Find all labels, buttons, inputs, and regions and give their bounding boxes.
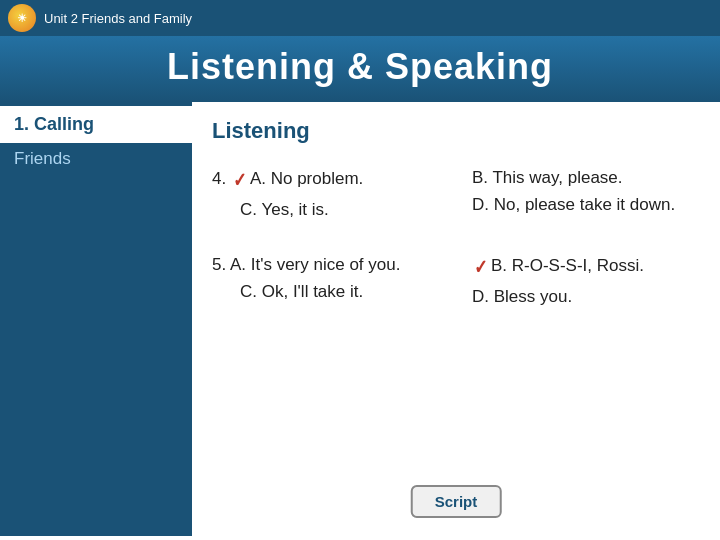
question-4-number: 4. (212, 169, 231, 188)
question-4-right-b: B. This way, please. (472, 164, 692, 191)
question-5-right: ✓B. R-O-S-S-I, Rossi. D. Bless you. (472, 251, 692, 310)
question-5-block: 5. A. It's very nice of you. C. Ok, I'll… (212, 251, 692, 310)
logo-icon: ☀ (17, 12, 27, 25)
script-button[interactable]: Script (411, 485, 502, 518)
question-5-left-a: 5. A. It's very nice of you. (212, 251, 432, 278)
content-panel: Listening 4. ✓A. No problem. C. Yes, it … (192, 102, 720, 536)
question-5-right-b: ✓B. R-O-S-S-I, Rossi. (472, 251, 692, 283)
page-title: Listening & Speaking (0, 46, 720, 88)
question-5-left-c: C. Ok, I'll take it. (212, 278, 432, 305)
question-5-number: 5. (212, 255, 230, 274)
question-4-right: B. This way, please. D. No, please take … (472, 164, 692, 218)
tick-4-a: ✓ (233, 164, 247, 196)
question-5-left: 5. A. It's very nice of you. C. Ok, I'll… (212, 251, 432, 305)
question-4-left: 4. ✓A. No problem. C. Yes, it is. (212, 164, 432, 223)
question-5-right-d: D. Bless you. (472, 283, 692, 310)
header-logo: ☀ (8, 4, 36, 32)
main-content: 1. Calling Friends Listening 4. ✓A. No p… (0, 102, 720, 536)
header-bar: ☀ Unit 2 Friends and Family (0, 0, 720, 36)
tick-5-b: ✓ (474, 251, 488, 283)
title-section: Listening & Speaking (0, 36, 720, 102)
question-4-left-c: C. Yes, it is. (212, 196, 432, 223)
sidebar: 1. Calling Friends (0, 102, 192, 536)
sidebar-item-calling[interactable]: 1. Calling (0, 106, 192, 143)
sidebar-item-friends[interactable]: Friends (0, 143, 192, 175)
question-5-row: 5. A. It's very nice of you. C. Ok, I'll… (212, 251, 692, 310)
unit-label: Unit 2 Friends and Family (44, 11, 192, 26)
question-4-left-a: 4. ✓A. No problem. (212, 164, 432, 196)
question-4-right-d: D. No, please take it down. (472, 191, 692, 218)
question-4-block: 4. ✓A. No problem. C. Yes, it is. B. Thi… (212, 164, 692, 223)
question-4-row: 4. ✓A. No problem. C. Yes, it is. B. Thi… (212, 164, 692, 223)
section-title: Listening (212, 118, 692, 144)
